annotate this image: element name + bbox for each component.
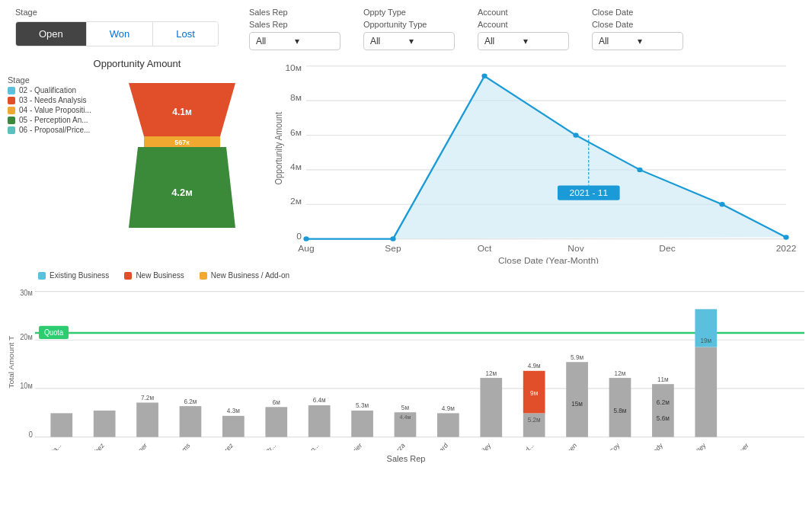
y-tick-3: 6м	[290, 128, 302, 136]
oppty-type-top-label: Oppty Type	[363, 8, 455, 17]
bar-legend-dot-0	[38, 272, 46, 280]
x-label-12: Johnny Green	[545, 441, 578, 450]
bar-14-label-mid: 6.2м	[657, 398, 670, 406]
bar-legend-2: New Business / Add-on	[200, 271, 289, 280]
dot-1	[390, 236, 395, 241]
bar-6	[308, 405, 331, 437]
x-tick-4: Dec	[659, 244, 676, 252]
stage-section: Stage Open Won Lost	[15, 8, 219, 46]
bar-legend-1: New Business	[124, 271, 184, 280]
bar-7-label: 5.3м	[356, 401, 369, 410]
stage-buttons: Open Won Lost	[15, 21, 219, 46]
lost-button[interactable]: Lost	[153, 22, 218, 46]
tooltip-text: 2021 - 11	[569, 189, 608, 197]
bar-14-label-bot: 5.6м	[657, 414, 670, 422]
y-tick-0: 0	[296, 232, 302, 240]
sales-rep-filter: Sales Rep Sales Rep All ▾	[249, 8, 340, 50]
bar-3-label: 6.2м	[184, 397, 197, 405]
x-tick-3: Nov	[567, 244, 584, 252]
legend-dot-0	[8, 87, 15, 94]
account-value: All	[484, 36, 523, 46]
line-chart-svg: 0 2м 4м 6м 8м 10м A	[274, 58, 804, 264]
legend-label-4: 06 - Proposal/Price...	[19, 126, 90, 134]
bar-4-label: 4.3м	[227, 407, 240, 415]
y-tick-4: 8м	[290, 94, 302, 102]
sales-rep-label: Sales Rep	[249, 20, 340, 29]
dot-5	[719, 202, 724, 206]
y-tick-2: 4м	[290, 162, 302, 171]
x-tick-1: Sep	[385, 244, 401, 252]
bar-5-label: 6м	[273, 398, 280, 406]
bar-15-label: 19м	[700, 336, 711, 344]
y-tick-5: 10м	[285, 64, 302, 72]
funnel-svg: 4.1м 567к 4.2м	[121, 83, 243, 235]
legend-item-0: 02 - Qualification	[8, 86, 91, 94]
sales-rep-select[interactable]: All ▾	[249, 32, 340, 50]
close-date-select[interactable]: All ▾	[592, 32, 683, 50]
dot-2	[481, 74, 487, 78]
open-button[interactable]: Open	[16, 22, 87, 46]
bar-11-label-mid: 9м	[530, 389, 538, 398]
x-label-5: Catherine Br...	[244, 441, 277, 450]
oppty-type-label: Opportunity Type	[363, 20, 455, 29]
bar-legend-0: Existing Business	[38, 271, 109, 280]
bar-4	[222, 416, 245, 437]
bar-y-axis-label: Total Amount T	[8, 336, 15, 389]
charts-row: Opportunity Amount Stage 02 - Qualificat…	[0, 54, 812, 267]
x-label-14: Bruce Kennedy	[628, 441, 664, 450]
funnel-bottom-label: 4.2м	[171, 187, 193, 198]
bar-12-label-bot: 15м	[571, 400, 583, 408]
bar-8-sublabel: 4.4м	[400, 414, 411, 421]
oppty-type-select[interactable]: All ▾	[363, 32, 455, 50]
quota-label-text: Quota	[44, 328, 64, 337]
bar-0	[50, 413, 72, 437]
funnel-title: Opportunity Amount	[8, 58, 267, 69]
x-label-13: Irene McCoy	[591, 441, 622, 450]
bar-y-3: 30м	[20, 289, 33, 298]
bar-12-label-top: 5.9м	[571, 353, 583, 361]
bar-10	[480, 378, 502, 437]
bar-11-label-top: 4.9м	[528, 362, 541, 370]
x-tick-2: Oct	[478, 244, 493, 252]
legend-label-0: 02 - Qualification	[19, 86, 76, 94]
account-arrow-icon: ▾	[523, 36, 562, 46]
stage-label: Stage	[15, 8, 219, 17]
legend-dot-4	[8, 126, 15, 134]
x-axis-label: Close Date (Year-Month)	[498, 257, 599, 264]
bar-x-axis-label: Sales Rep	[8, 454, 804, 463]
bar-legend-dot-2	[200, 272, 207, 280]
bar-11-label-bot: 5.2м	[528, 415, 541, 424]
line-chart: 0 2м 4м 6м 8м 10м A	[274, 58, 804, 264]
bar-5	[265, 407, 287, 437]
account-select[interactable]: All ▾	[478, 32, 569, 50]
dot-0	[303, 236, 308, 241]
bar-legend-label-1: New Business	[136, 271, 184, 280]
bar-13-label-bot: 5.8м	[613, 407, 626, 415]
bar-chart-svg: 0 10м 20м 30м Quota Total Amount T 7.2м	[8, 283, 804, 450]
sales-rep-arrow-icon: ▾	[295, 36, 334, 46]
legend-item-2: 04 - Value Propositi...	[8, 106, 91, 114]
bar-6-label: 6.4м	[313, 396, 326, 405]
bar-13-label-top: 12м	[615, 369, 626, 377]
won-button[interactable]: Won	[87, 22, 154, 46]
funnel-stage-label: Stage	[8, 75, 91, 85]
x-label-11: Doroth Gard...	[502, 441, 535, 450]
oppty-type-value: All	[370, 36, 409, 46]
x-label-1: Eric Sanchez	[75, 441, 106, 450]
bar-10-label: 12м	[485, 369, 497, 377]
oppty-type-arrow-icon: ▾	[409, 36, 448, 46]
y-tick-1: 2м	[290, 197, 302, 206]
x-tick-0: Aug	[298, 244, 314, 252]
bar-y-1: 10м	[20, 381, 33, 390]
close-date-filter: Close Date Close Date All ▾	[592, 8, 683, 50]
legend-dot-1	[8, 97, 15, 104]
x-label-3: John Williams	[159, 441, 192, 450]
dot-3	[573, 133, 578, 137]
legend-label-2: 04 - Value Propositi...	[19, 106, 91, 114]
bar-y-2: 20м	[20, 333, 33, 342]
x-label-15: Irene Kelley	[679, 441, 708, 450]
bar-7	[351, 411, 373, 437]
x-label-9: Dennis Howard	[414, 441, 449, 450]
account-filter: Account Account All ▾	[478, 8, 569, 50]
bottom-section: Existing Business New Business New Busin…	[0, 267, 812, 450]
